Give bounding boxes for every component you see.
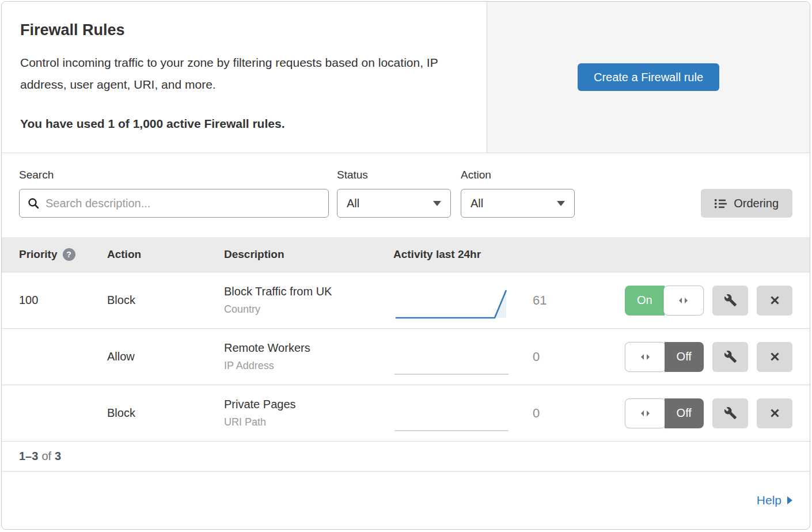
column-description: Description [224, 248, 393, 261]
chevron-down-icon [557, 201, 565, 206]
activity-cell: 0 [393, 393, 624, 434]
activity-sparkline [393, 287, 510, 321]
controls-cell: Off [624, 398, 810, 428]
toggle-knob[interactable] [625, 398, 666, 428]
column-activity: Activity last 24hr [393, 248, 624, 261]
activity-sparkline [393, 343, 510, 378]
action-group: Action All [461, 169, 575, 218]
activity-count: 0 [533, 406, 540, 421]
chevron-down-icon [433, 201, 441, 206]
activity-sparkline [393, 400, 510, 434]
magnifier-icon [28, 197, 39, 209]
rule-description: Block Traffic from UK [224, 285, 393, 298]
description-cell: Private Pages URI Path [224, 398, 393, 428]
search-input[interactable] [45, 197, 320, 210]
table-row: Allow Remote Workers IP Address 0 Off [2, 328, 810, 385]
table-row: Block Private Pages URI Path 0 Off [2, 385, 810, 441]
drag-arrows-icon [678, 297, 688, 304]
action-cell: Block [107, 294, 224, 307]
status-selected-value: All [347, 197, 359, 210]
description-cell: Remote Workers IP Address [224, 341, 393, 372]
priority-cell: 100 [2, 294, 107, 307]
column-priority-label: Priority [19, 248, 58, 261]
header-action-panel: Create a Firewall rule [487, 2, 810, 153]
pagination-bar: 1–3 of 3 [2, 441, 810, 471]
question-circle-icon[interactable]: ? [63, 248, 75, 261]
x-icon [769, 294, 781, 306]
activity-cell: 61 [393, 280, 624, 321]
x-icon [769, 407, 781, 419]
table-row: 100 Block Block Traffic from UK Country … [2, 272, 810, 328]
edit-rule-button[interactable] [712, 286, 748, 316]
create-firewall-rule-button[interactable]: Create a Firewall rule [578, 63, 719, 91]
delete-rule-button[interactable] [757, 342, 792, 372]
toggle-state-label: Off [665, 398, 704, 428]
help-link[interactable]: Help [757, 493, 792, 507]
action-dropdown[interactable]: All [461, 189, 575, 218]
pagination-of: of [41, 450, 51, 463]
help-link-label: Help [757, 493, 781, 507]
drag-arrows-icon [640, 410, 650, 417]
rule-description: Private Pages [224, 398, 393, 411]
firewall-rules-card: Firewall Rules Control incoming traffic … [1, 1, 810, 530]
rule-type: Country [224, 303, 393, 316]
wrench-icon [724, 406, 737, 420]
rule-enabled-toggle[interactable]: Off [625, 342, 704, 372]
ordering-button[interactable]: Ordering [701, 189, 792, 218]
toggle-knob[interactable] [625, 342, 666, 372]
activity-count: 0 [533, 349, 540, 364]
delete-rule-button[interactable] [757, 398, 792, 428]
filters-bar: Search Status All Action All [2, 153, 810, 237]
help-bar: Help [2, 471, 810, 529]
activity-cell: 0 [393, 336, 624, 378]
rule-type: URI Path [224, 416, 393, 428]
activity-count: 61 [533, 293, 547, 308]
wrench-icon [724, 294, 737, 307]
search-box[interactable] [19, 189, 329, 218]
page-description: Control incoming traffic to your zone by… [20, 52, 464, 96]
toggle-state-label: Off [665, 342, 704, 372]
search-label: Search [19, 169, 329, 181]
table-header: Priority ? Action Description Activity l… [2, 237, 810, 272]
ordering-button-label: Ordering [734, 197, 779, 210]
arrow-right-icon [787, 496, 792, 504]
column-action: Action [107, 248, 224, 261]
drag-arrows-icon [640, 354, 650, 360]
rule-type: IP Address [224, 360, 393, 372]
status-label: Status [337, 169, 451, 181]
search-group: Search [19, 169, 329, 218]
toggle-knob[interactable] [663, 286, 704, 316]
rule-enabled-toggle[interactable]: On [625, 286, 704, 316]
rule-description: Remote Workers [224, 341, 393, 355]
action-cell: Block [107, 406, 224, 420]
status-group: Status All [337, 169, 451, 218]
pagination-total: 3 [55, 450, 61, 463]
wrench-icon [724, 350, 737, 363]
toggle-state-label: On [625, 286, 665, 316]
header-text-panel: Firewall Rules Control incoming traffic … [2, 2, 487, 153]
action-cell: Allow [107, 350, 224, 363]
pagination-range: 1–3 [19, 450, 38, 463]
rule-enabled-toggle[interactable]: Off [625, 398, 704, 428]
controls-cell: Off [624, 342, 810, 372]
page-title: Firewall Rules [20, 21, 468, 39]
status-dropdown[interactable]: All [337, 189, 451, 218]
description-cell: Block Traffic from UK Country [224, 285, 393, 316]
column-priority: Priority ? [2, 248, 107, 261]
controls-cell: On [624, 286, 810, 316]
delete-rule-button[interactable] [757, 286, 792, 316]
edit-rule-button[interactable] [712, 342, 748, 372]
header-section: Firewall Rules Control incoming traffic … [2, 2, 810, 153]
action-selected-value: All [470, 197, 483, 210]
list-reorder-icon [715, 197, 727, 209]
usage-summary: You have used 1 of 1,000 active Firewall… [20, 117, 468, 131]
x-icon [769, 351, 781, 363]
action-label: Action [461, 169, 575, 181]
edit-rule-button[interactable] [712, 398, 748, 428]
